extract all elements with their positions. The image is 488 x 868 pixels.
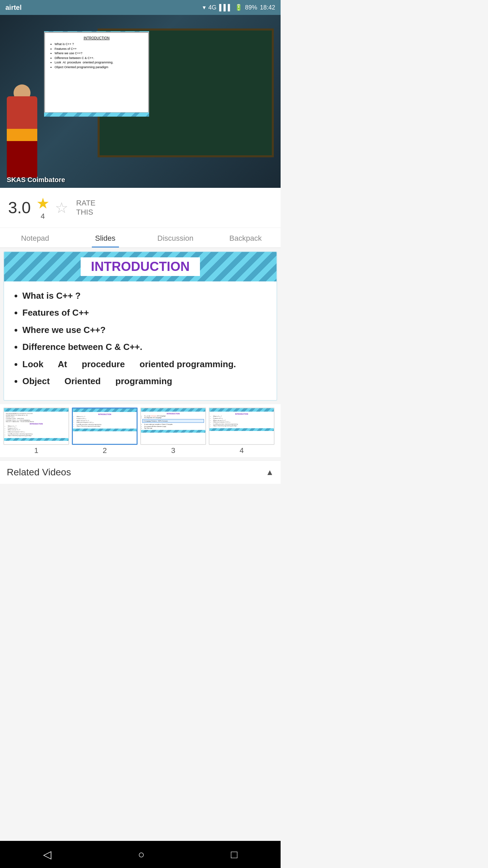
slide-title: INTRODUCTION [81,257,200,276]
thumb-3-bottom-stripe [141,430,205,433]
bottom-nav: ◁ ○ □ [0,841,281,868]
battery-label: 89% [245,4,257,11]
thumb-3-num: 3 [140,446,206,455]
wifi-icon: ▾ [203,4,206,11]
signal-icon: ▌▌▌ [219,4,232,11]
related-videos-section[interactable]: Related Videos ▲ [0,460,281,484]
video-background: INTRODUCTION What is C++ ? Features of C… [0,15,281,188]
projector-title: INTRODUCTION [50,36,143,40]
video-player[interactable]: INTRODUCTION What is C++ ? Features of C… [0,15,281,188]
video-watermark: SKAS Coimbatore [7,176,65,184]
status-bar: airtel ▾ 4G ▌▌▌ 🔋 89% 18:42 [0,0,281,15]
tab-notepad-label: Notepad [21,234,49,242]
thumb-1-top-stripe [4,408,68,412]
slide-body: What is C++ ? Features of C++ Where we u… [4,281,277,400]
thumbnail-1-img[interactable]: SRI KRISHNA ARTS & SCIENCE COLLEGEDEPART… [3,408,69,445]
carrier-label: airtel [5,4,22,12]
home-nav-icon[interactable]: ○ [138,848,144,861]
tab-discussion[interactable]: Discussion [140,228,210,248]
thumb-2-bottom-stripe [73,429,137,431]
slide-item-2: Features of C++ [22,307,266,319]
filled-star-container[interactable]: ★ 4 [36,195,49,221]
thumb-4-top-stripe [209,408,274,412]
thumbnails-row: SRI KRISHNA ARTS & SCIENCE COLLEGEDEPART… [0,404,281,457]
battery-icon: 🔋 [235,4,242,11]
thumb-3-top-stripe [141,408,205,412]
thumb-1-content: SRI KRISHNA ARTS & SCIENCE COLLEGEDEPART… [4,412,68,438]
recents-nav-icon[interactable]: □ [231,848,237,861]
projector-item-5: Look At procedure oriented programming. [55,60,143,65]
projector-list: What is C++ ? Features of C++ Where we u… [50,42,143,70]
thumb-4-bottom-stripe [209,428,274,431]
slide-item-1: What is C++ ? [22,290,266,302]
chevron-up-icon[interactable]: ▲ [266,468,274,477]
person-figure [7,96,37,178]
thumbnail-2[interactable]: INTRODUCTION What is C++ ? Features of C… [72,408,138,455]
projector-item-2: Features of C++ [55,47,143,52]
rating-section: 3.0 ★ 4 ☆ RATETHIS [0,188,281,228]
slide-item-3: Where we use C++? [22,324,266,336]
star-filled-icon[interactable]: ★ [36,195,49,212]
status-icons: ▾ 4G ▌▌▌ 🔋 89% 18:42 [203,4,275,11]
person-body [7,96,37,178]
tab-discussion-label: Discussion [157,234,193,242]
back-nav-icon[interactable]: ◁ [43,848,52,861]
thumb-1-num: 1 [3,446,69,455]
related-videos-label: Related Videos [7,467,71,478]
tab-slides-label: Slides [95,234,116,242]
thumb-2-top-stripe [73,409,137,412]
slide-list: What is C++ ? Features of C++ Where we u… [14,290,266,387]
tab-notepad[interactable]: Notepad [0,228,70,248]
tab-slides[interactable]: Slides [70,228,140,248]
thumb-4-content: INTRODUCTION What is C++ ? Features of C… [209,412,274,428]
network-label: 4G [208,4,217,11]
tab-bar: Notepad Slides Discussion Backpack [0,228,281,248]
slide-item-4: Difference between C & C++. [22,341,266,353]
projector-item-3: Where we use C++? [55,51,143,56]
thumb-2-num: 2 [72,446,138,455]
projector-item-6: Object Oriented programming paradigm [55,65,143,70]
star-empty-icon[interactable]: ☆ [55,199,68,216]
time-label: 18:42 [260,4,275,11]
thumb-1-bottom-stripe [4,438,68,441]
slide-content-area: INTRODUCTION What is C++ ? Features of C… [3,251,277,401]
thumb-4-num: 4 [209,446,274,455]
projector-item-4: Difference between C & C++. [55,56,143,61]
thumbnail-1[interactable]: SRI KRISHNA ARTS & SCIENCE COLLEGEDEPART… [3,408,69,455]
projector-screen: INTRODUCTION What is C++ ? Features of C… [44,32,149,113]
rating-score: 3.0 [8,198,31,217]
tab-backpack-label: Backpack [229,234,262,242]
thumbnail-3-img[interactable]: INTRODUCTION C++ is an extension of C La… [140,408,206,445]
slide-item-5: Look At procedure oriented programming. [22,358,266,370]
slide-header: INTRODUCTION [4,252,277,281]
thumb-2-content: INTRODUCTION What is C++ ? Features of C… [73,412,137,429]
thumbnail-4-img[interactable]: INTRODUCTION What is C++ ? Features of C… [209,408,274,445]
rate-this-label: RATETHIS [76,199,96,217]
thumbnail-3[interactable]: INTRODUCTION C++ is an extension of C La… [140,408,206,455]
thumbnail-2-img[interactable]: INTRODUCTION What is C++ ? Features of C… [72,408,138,445]
thumb-3-content: INTRODUCTION C++ is an extension of C La… [141,412,205,430]
screen-stripe-bottom [44,113,149,117]
projector-item-1: What is C++ ? [55,42,143,47]
tab-backpack[interactable]: Backpack [210,228,281,248]
thumbnail-4[interactable]: INTRODUCTION What is C++ ? Features of C… [209,408,274,455]
slide-item-6: Object Oriented programming [22,375,266,387]
empty-star-container[interactable]: ☆ [55,199,68,216]
rating-count: 4 [36,212,49,221]
